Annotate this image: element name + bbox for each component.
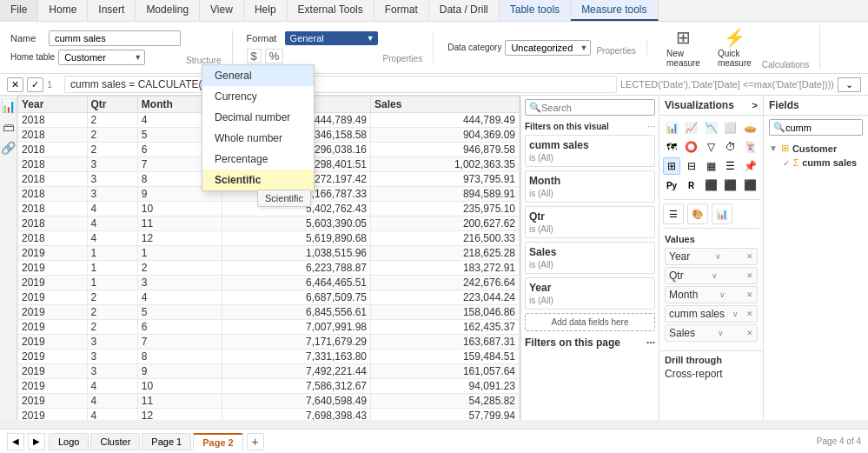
value-remove-btn[interactable]: ✕: [746, 252, 753, 261]
table-cell: 242,676.64: [371, 276, 520, 290]
value-chevron-icon[interactable]: ∨: [712, 271, 718, 280]
filters-visual-more[interactable]: ···: [647, 121, 655, 131]
filter-item[interactable]: Qtris (All): [525, 206, 655, 238]
format-option-currency[interactable]: Currency: [202, 86, 314, 107]
viz-icon-table[interactable]: ⊞: [663, 157, 680, 175]
viz-icon-python[interactable]: Py: [663, 177, 680, 194]
formula-full-text: LECTED('Date'),'Date'[Date] <=max('Date'…: [620, 79, 834, 90]
tab-help[interactable]: Help: [244, 0, 288, 21]
quick-measure-btn[interactable]: ⚡ Quickmeasure: [712, 25, 757, 70]
page-tab-page-2[interactable]: Page 2: [193, 433, 242, 450]
confirm-formula-btn[interactable]: ✓: [27, 77, 43, 92]
format-option-whole[interactable]: Whole number: [202, 128, 314, 149]
viz-icon-kpi[interactable]: 📌: [741, 157, 759, 175]
value-remove-btn[interactable]: ✕: [746, 329, 753, 337]
add-page-btn[interactable]: +: [247, 433, 264, 450]
tab-modeling[interactable]: Modeling: [136, 0, 200, 21]
fields-group-customer-header[interactable]: ▼ ⊞ Customer: [769, 141, 863, 156]
filters-page-more[interactable]: ···: [646, 336, 655, 349]
viz-icon-more1[interactable]: ⬛: [702, 177, 719, 194]
value-chevron-icon[interactable]: ∨: [715, 252, 721, 261]
viz-icon-r[interactable]: R: [683, 177, 700, 194]
tab-table-tools[interactable]: Table tools: [500, 0, 571, 21]
viz-icon-treemap[interactable]: ▦: [702, 157, 719, 175]
viz-icon-line[interactable]: 📈: [683, 119, 700, 137]
value-remove-btn[interactable]: ✕: [746, 290, 753, 299]
viz-fields-btn[interactable]: ☰: [663, 203, 684, 224]
value-chevron-icon[interactable]: ∨: [719, 290, 726, 299]
table-cell: 7,698,398.43: [222, 409, 371, 421]
table-cell: 1: [87, 246, 137, 261]
fields-search-input[interactable]: [785, 123, 858, 133]
prev-page-btn[interactable]: ◀: [7, 433, 24, 450]
viz-icon-funnel[interactable]: ▽: [702, 138, 719, 156]
nav-model-icon[interactable]: 🔗: [1, 141, 17, 155]
tab-data-drill[interactable]: Data / Drill: [429, 0, 500, 21]
table-cell: 2018: [18, 113, 88, 128]
value-chevron-icon[interactable]: ∨: [718, 329, 724, 337]
value-item[interactable]: cumm sales∨✕: [665, 305, 758, 323]
name-input[interactable]: [49, 30, 181, 46]
tab-format[interactable]: Format: [374, 0, 429, 21]
value-remove-btn[interactable]: ✕: [746, 310, 753, 318]
viz-icon-card[interactable]: 🃏: [741, 138, 759, 156]
format-option-decimal[interactable]: Decimal number: [202, 107, 314, 128]
drill-through-section: Drill through Cross-report: [659, 350, 763, 384]
tab-file[interactable]: File: [0, 0, 38, 21]
page-tab-logo[interactable]: Logo: [49, 433, 89, 450]
page-tab-cluster[interactable]: Cluster: [90, 433, 140, 450]
value-chevron-icon[interactable]: ∨: [732, 310, 739, 318]
tab-measure-tools[interactable]: Measure tools: [571, 0, 658, 21]
fields-item-cumm-sales[interactable]: ✓ Σ cumm sales: [769, 156, 863, 170]
viz-icon-area[interactable]: 📉: [702, 119, 719, 137]
table-cell: 7,171,679.29: [222, 335, 371, 350]
filter-item[interactable]: Salesis (All): [525, 242, 655, 274]
value-item[interactable]: Year∨✕: [665, 248, 758, 265]
new-measure-btn[interactable]: ⊞ Newmeasure: [661, 25, 706, 70]
expand-formula-btn[interactable]: ⌄: [838, 77, 861, 92]
format-dropdown[interactable]: General Currency Decimal number Whole nu…: [285, 31, 378, 45]
filters-page-header: Filters on this page ···: [525, 336, 655, 349]
viz-icon-matrix[interactable]: ⊟: [683, 157, 700, 175]
nav-report-icon[interactable]: 📊: [1, 99, 17, 113]
value-remove-btn[interactable]: ✕: [746, 271, 753, 280]
format-option-scientific[interactable]: Scientific: [202, 170, 314, 190]
nav-data-icon[interactable]: 🗃: [1, 120, 17, 134]
format-option-percentage[interactable]: Percentage: [202, 149, 314, 170]
add-data-fields-btn[interactable]: Add data fields here: [525, 313, 655, 331]
tab-external-tools[interactable]: External Tools: [288, 0, 374, 21]
viz-icon-scatter[interactable]: ⬜: [722, 119, 739, 137]
home-table-dropdown[interactable]: Customer: [58, 50, 145, 65]
viz-icon-more3[interactable]: ⬛: [741, 177, 759, 194]
tab-view[interactable]: View: [200, 0, 244, 21]
next-page-btn[interactable]: ▶: [28, 433, 45, 450]
filter-item[interactable]: cumm salesis (All): [525, 135, 655, 167]
viz-icon-bar[interactable]: 📊: [663, 119, 680, 137]
cancel-formula-btn[interactable]: ✕: [7, 77, 23, 92]
data-category-dropdown[interactable]: Uncategorized: [505, 40, 591, 56]
viz-icon-pie[interactable]: 🥧: [741, 119, 759, 137]
page-tab-page-1[interactable]: Page 1: [142, 433, 191, 450]
filter-search-input[interactable]: [541, 103, 651, 113]
tab-insert[interactable]: Insert: [88, 0, 136, 21]
format-dropdown-menu: General Currency Decimal number Whole nu…: [202, 64, 315, 191]
value-item[interactable]: Sales∨✕: [665, 324, 758, 342]
viz-format-btn[interactable]: 🎨: [687, 203, 708, 224]
value-item[interactable]: Qtr∨✕: [665, 267, 758, 284]
percent-symbol-btn[interactable]: %: [265, 49, 284, 63]
viz-icon-donut[interactable]: ⭕: [683, 138, 700, 156]
tab-home[interactable]: Home: [38, 0, 88, 21]
viz-analytics-btn[interactable]: 📊: [712, 203, 732, 224]
filter-item[interactable]: Monthis (All): [525, 170, 655, 203]
viz-icon-slicer[interactable]: ☰: [722, 157, 739, 175]
viz-icon-map[interactable]: 🗺: [663, 138, 680, 156]
viz-icon-more2[interactable]: ⬛: [722, 177, 739, 194]
filter-item[interactable]: Yearis (All): [525, 277, 655, 310]
formula-input[interactable]: cumm sales = CALCULATE([Sa: [64, 76, 617, 93]
value-item[interactable]: Month∨✕: [665, 286, 758, 303]
viz-icon-gauge[interactable]: ⏱: [722, 138, 739, 156]
currency-symbol-btn[interactable]: $: [247, 49, 262, 63]
viz-expand-btn[interactable]: >: [752, 100, 758, 110]
format-option-general[interactable]: General: [202, 65, 314, 86]
fields-group-customer: ▼ ⊞ Customer ✓ Σ cumm sales: [769, 141, 863, 170]
